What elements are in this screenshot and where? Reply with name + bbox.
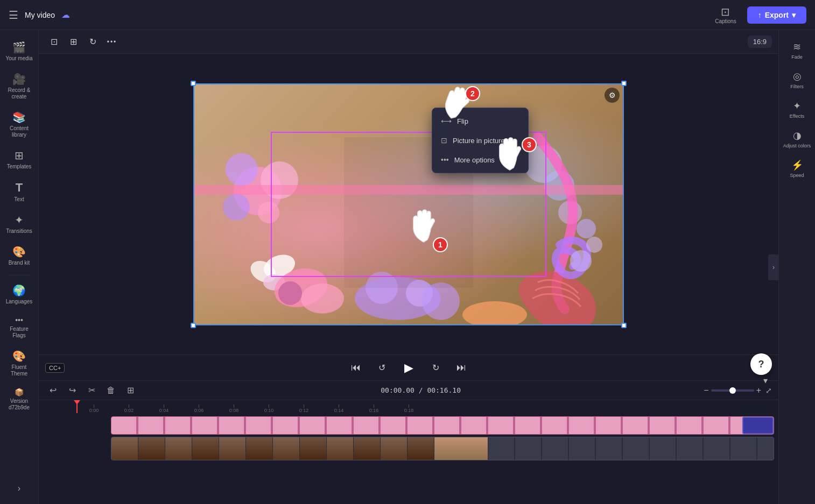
right-sidebar-collapse-button[interactable]: › <box>768 254 779 280</box>
video-frame: ⚙ <box>193 83 624 325</box>
context-menu-item-pip[interactable]: ⊡ Picture in picture <box>432 131 528 150</box>
sidebar-item-text[interactable]: T Text <box>2 176 37 207</box>
ruler-mark-1: 0:02 <box>111 404 146 413</box>
version-icon: 📦 <box>15 388 24 396</box>
context-menu-pip-label: Picture in picture <box>453 137 505 145</box>
sidebar-item-filters[interactable]: ◎ Filters <box>781 66 813 94</box>
sidebar-item-adjust-colors[interactable]: ◑ Adjust colors <box>781 125 813 153</box>
help-button[interactable]: ? <box>750 353 772 375</box>
sidebar-item-record[interactable]: 🎥 Record & create <box>2 68 37 104</box>
left-sidebar: 🎬 Your media 🎥 Record & create 📚 Content… <box>0 30 39 504</box>
thumbnail-5 <box>219 437 246 460</box>
video-track-row <box>43 437 774 460</box>
sidebar-label-fade: Fade <box>791 54 803 60</box>
timeline-tracks <box>39 413 778 504</box>
sidebar-expand-button[interactable]: › <box>13 479 25 498</box>
captions-button[interactable]: ⊡ Captions <box>715 5 736 24</box>
fast-forward-button[interactable]: ↻ <box>427 359 444 377</box>
languages-icon: 🌍 <box>12 284 26 297</box>
video-track[interactable] <box>111 437 774 460</box>
handle-top-right[interactable] <box>621 81 627 86</box>
sidebar-label-speed: Speed <box>790 173 804 178</box>
skip-back-button[interactable]: ⏮ <box>347 359 364 377</box>
context-menu-more-label: More options <box>454 156 495 164</box>
sidebar-item-fade[interactable]: ≋ Fade <box>781 37 813 64</box>
sidebar-label-adjust-colors: Adjust colors <box>783 143 811 148</box>
sticker-end-element <box>742 417 774 434</box>
right-panel-chevron-down[interactable]: ▾ <box>763 375 768 386</box>
redo-button[interactable]: ↪ <box>65 383 80 398</box>
sidebar-label-brand-kit: Brand kit <box>9 260 30 266</box>
play-button[interactable]: ▶ <box>399 358 418 378</box>
aspect-ratio-badge[interactable]: 16:9 <box>748 36 772 48</box>
sidebar-item-content-library[interactable]: 📚 Content library <box>2 107 37 143</box>
video-settings-button[interactable]: ⚙ <box>605 88 620 103</box>
zoom-in-button[interactable]: + <box>756 386 761 395</box>
cc-button[interactable]: CC+ <box>45 363 65 373</box>
sidebar-item-feature-flags[interactable]: ••• Feature Flags <box>2 311 37 343</box>
handle-top-left[interactable] <box>191 81 196 86</box>
sidebar-item-effects[interactable]: ✦ Effects <box>781 96 813 123</box>
cut-button[interactable]: ✂ <box>84 383 99 398</box>
export-button[interactable]: ↑ Export ▾ <box>747 6 806 24</box>
thumbnail-8 <box>300 437 327 460</box>
zoom-slider-thumb[interactable] <box>729 387 736 394</box>
ruler-mark-7: 0:14 <box>321 404 356 413</box>
sticker-track[interactable] <box>111 416 774 435</box>
timeline-ruler: 0:00 0:02 0:04 0:06 <box>39 400 778 413</box>
timeline-expand-button[interactable]: ⤢ <box>765 386 772 395</box>
sidebar-item-fluent-theme[interactable]: 🎨 Fluent Theme <box>2 345 37 381</box>
project-title[interactable]: My video <box>25 11 55 19</box>
rotate-button[interactable]: ↻ <box>84 33 101 51</box>
zoom-out-button[interactable]: − <box>704 386 708 395</box>
flip-icon: ⟷ <box>441 117 452 125</box>
delete-button[interactable]: 🗑 <box>103 383 118 398</box>
svg-point-21 <box>462 301 527 325</box>
duplicate-button[interactable]: ⊞ <box>123 383 138 398</box>
sidebar-label-record: Record & create <box>4 87 34 100</box>
sidebar-label-text: Text <box>14 196 24 203</box>
svg-point-9 <box>301 283 344 314</box>
menu-icon[interactable]: ☰ <box>9 9 18 22</box>
sidebar-item-templates[interactable]: ⊞ Templates <box>2 145 37 174</box>
sidebar-item-brand-kit[interactable]: 🎨 Brand kit <box>2 241 37 271</box>
sidebar-divider-1 <box>9 275 30 275</box>
canvas-area[interactable]: ⚙ ⟷ Flip ⊡ Picture in picture ••• More o… <box>39 54 778 354</box>
sidebar-item-transitions[interactable]: ✦ Transitions <box>2 209 37 239</box>
context-menu-item-flip[interactable]: ⟷ Flip <box>432 111 528 131</box>
undo-button[interactable]: ↩ <box>45 383 60 398</box>
thumbnail-6 <box>246 437 273 460</box>
thumbnail-1 <box>111 437 138 460</box>
main-area: 🎬 Your media 🎥 Record & create 📚 Content… <box>0 30 815 504</box>
ruler-mark-9: 0:18 <box>391 404 426 413</box>
sidebar-item-your-media[interactable]: 🎬 Your media <box>2 37 37 66</box>
skip-forward-button[interactable]: ⏭ <box>453 359 470 377</box>
ruler-mark-2: 0:04 <box>146 404 181 413</box>
adjust-colors-icon: ◑ <box>793 130 802 141</box>
timeline-area: ↩ ↪ ✂ 🗑 ⊞ 00:00.00 / 00:16.10 − + ⤢ <box>39 380 778 504</box>
thumbnail-11 <box>381 437 408 460</box>
ruler-marks: 0:00 0:02 0:04 0:06 <box>76 404 741 413</box>
rewind-button[interactable]: ↺ <box>373 359 390 377</box>
zoom-slider[interactable] <box>711 389 754 392</box>
right-sidebar: ≋ Fade ◎ Filters ✦ Effects ◑ Adjust colo… <box>778 30 815 504</box>
cloud-save-icon[interactable]: ☁ <box>61 10 70 20</box>
svg-point-19 <box>586 237 602 253</box>
text-icon: T <box>16 181 23 195</box>
sidebar-item-speed[interactable]: ⚡ Speed <box>781 155 813 182</box>
center-content: ⊡ ⊞ ↻ ••• 16:9 <box>39 30 778 504</box>
sidebar-item-version[interactable]: 📦 Version d72b9de <box>2 384 37 415</box>
handle-bottom-right[interactable] <box>621 323 627 328</box>
transform-button[interactable]: ⊞ <box>65 33 82 51</box>
speed-icon: ⚡ <box>791 159 803 171</box>
context-menu-item-more[interactable]: ••• More options <box>432 150 528 169</box>
zoom-controls: − + <box>704 386 761 395</box>
fade-icon: ≋ <box>793 41 801 53</box>
more-options-button[interactable]: ••• <box>103 33 121 51</box>
crop-button[interactable]: ⊡ <box>45 33 62 51</box>
handle-bottom-left[interactable] <box>191 323 196 328</box>
content-library-icon: 📚 <box>12 111 26 124</box>
ruler-mark-6: 0:12 <box>286 404 321 413</box>
sidebar-item-languages[interactable]: 🌍 Languages <box>2 280 37 309</box>
svg-point-1 <box>226 153 258 186</box>
